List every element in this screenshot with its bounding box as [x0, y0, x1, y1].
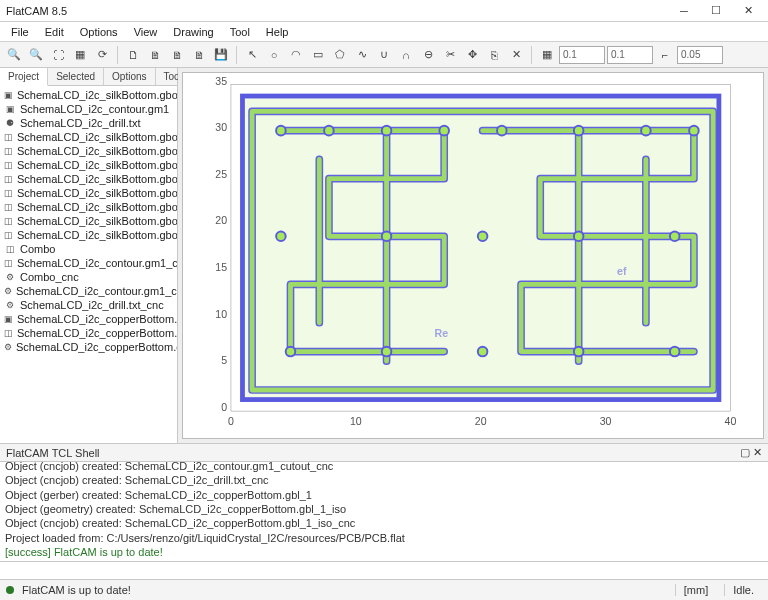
zoom-fit-icon[interactable]: ⛶ — [48, 45, 68, 65]
minimize-button[interactable]: ─ — [668, 1, 700, 21]
zoom-in-icon[interactable]: 🔍 — [4, 45, 24, 65]
tree-item[interactable]: ▣SchemaLCD_i2c_copperBottom.gbl_1 — [0, 312, 177, 326]
tree-item[interactable]: ◫Combo — [0, 242, 177, 256]
tab-selected[interactable]: Selected — [48, 68, 104, 85]
tree-item[interactable]: ◫SchemaLCD_i2c_contour.gm1_cutout — [0, 256, 177, 270]
menu-help[interactable]: Help — [259, 24, 296, 40]
tree-item[interactable]: ◫SchemaLCD_i2c_silkBottom.gbo_iso — [0, 130, 177, 144]
svg-point-26 — [574, 231, 584, 241]
status-dot-icon — [6, 586, 14, 594]
union-icon[interactable]: ∪ — [374, 45, 394, 65]
tree-item-label: SchemaLCD_i2c_contour.gm1_cutout_cn — [16, 285, 177, 297]
shell-line: Object (cncjob) created: SchemaLCD_i2c_c… — [5, 462, 763, 473]
tree-item-label: SchemaLCD_i2c_silkBottom.gbo_iso_pain — [17, 229, 177, 241]
delete-shape-icon[interactable]: ✕ — [506, 45, 526, 65]
file-type-icon: ◫ — [4, 201, 13, 213]
toolbar-separator — [236, 46, 237, 64]
clear-plot-icon[interactable]: ▦ — [70, 45, 90, 65]
menu-tool[interactable]: Tool — [223, 24, 257, 40]
cut-path-icon[interactable]: ✂ — [440, 45, 460, 65]
file-type-icon: ⚙ — [4, 299, 16, 311]
menu-drawing[interactable]: Drawing — [166, 24, 220, 40]
tree-item[interactable]: ⚙SchemaLCD_i2c_contour.gm1_cutout_cn — [0, 284, 177, 298]
shell-close-icon[interactable]: ▢ ✕ — [740, 446, 762, 459]
copy-icon[interactable]: ⎘ — [484, 45, 504, 65]
subtract-icon[interactable]: ⊖ — [418, 45, 438, 65]
svg-text:10: 10 — [215, 308, 227, 320]
status-message: FlatCAM is up to date! — [22, 584, 131, 596]
snap-corner-icon[interactable]: ⌐ — [655, 45, 675, 65]
menu-file[interactable]: File — [4, 24, 36, 40]
tree-item[interactable]: ◫SchemaLCD_i2c_silkBottom.gbo_iso_pain — [0, 186, 177, 200]
tree-item[interactable]: ⚙Combo_cnc — [0, 270, 177, 284]
shell-output[interactable]: Object (geometry) created: SchemaLCD_i2c… — [0, 462, 768, 562]
tree-item[interactable]: ◫SchemaLCD_i2c_silkBottom.gbo_iso_pain — [0, 228, 177, 242]
tree-item[interactable]: ◫SchemaLCD_i2c_silkBottom.gbo_iso_pain — [0, 144, 177, 158]
tab-options[interactable]: Options — [104, 68, 155, 85]
grid-icon[interactable]: ▦ — [537, 45, 557, 65]
tree-item[interactable]: ◫SchemaLCD_i2c_silkBottom.gbo_iso_pain — [0, 158, 177, 172]
shell-header: FlatCAM TCL Shell ▢ ✕ — [0, 443, 768, 462]
open-gcode-icon[interactable]: 🗎 — [189, 45, 209, 65]
add-circle-icon[interactable]: ○ — [264, 45, 284, 65]
tree-item[interactable]: ⚙SchemaLCD_i2c_drill.txt_cnc — [0, 298, 177, 312]
tree-item[interactable]: ⚈SchemaLCD_i2c_drill.txt — [0, 116, 177, 130]
tree-item[interactable]: ⚙SchemaLCD_i2c_copperBottom.gbl_1_iso — [0, 340, 177, 354]
file-type-icon: ◫ — [4, 215, 13, 227]
grid-x-input[interactable]: 0.1 — [559, 46, 605, 64]
select-icon[interactable]: ↖ — [242, 45, 262, 65]
svg-text:40: 40 — [725, 415, 737, 427]
zoom-out-icon[interactable]: 🔍 — [26, 45, 46, 65]
tab-project[interactable]: Project — [0, 68, 48, 86]
window-title: FlatCAM 8.5 — [4, 5, 668, 17]
open-excellon-icon[interactable]: 🗎 — [167, 45, 187, 65]
menu-edit[interactable]: Edit — [38, 24, 71, 40]
grid-y-input[interactable]: 0.1 — [607, 46, 653, 64]
svg-text:20: 20 — [475, 415, 487, 427]
menu-view[interactable]: View — [127, 24, 165, 40]
tree-item-label: SchemaLCD_i2c_silkBottom.gbo_iso_pain — [17, 215, 177, 227]
tree-item-label: SchemaLCD_i2c_copperBottom.gbl_1_iso — [16, 341, 177, 353]
toolbar-separator — [117, 46, 118, 64]
tree-item[interactable]: ◫SchemaLCD_i2c_copperBottom.gbl_1_iso — [0, 326, 177, 340]
file-type-icon: ◫ — [4, 173, 13, 185]
tree-item[interactable]: ◫SchemaLCD_i2c_silkBottom.gbo_iso_pain — [0, 214, 177, 228]
replot-icon[interactable]: ⟳ — [92, 45, 112, 65]
tree-item[interactable]: ▣SchemaLCD_i2c_silkBottom.gbo — [0, 88, 177, 102]
status-units: [mm] — [675, 584, 716, 596]
tree-item-label: Combo — [20, 243, 55, 255]
shell-input[interactable] — [0, 562, 768, 580]
svg-point-27 — [670, 231, 680, 241]
file-type-icon: ◫ — [4, 131, 13, 143]
snap-input[interactable]: 0.05 — [677, 46, 723, 64]
add-path-icon[interactable]: ∿ — [352, 45, 372, 65]
tree-item-label: SchemaLCD_i2c_contour.gm1 — [20, 103, 169, 115]
add-rect-icon[interactable]: ▭ — [308, 45, 328, 65]
tree-item-label: SchemaLCD_i2c_silkBottom.gbo_iso_pain — [17, 201, 177, 213]
add-polygon-icon[interactable]: ⬠ — [330, 45, 350, 65]
tree-item[interactable]: ◫SchemaLCD_i2c_silkBottom.gbo_iso_pain — [0, 200, 177, 214]
maximize-button[interactable]: ☐ — [700, 1, 732, 21]
open-gerber-icon[interactable]: 🗎 — [145, 45, 165, 65]
file-type-icon: ◫ — [4, 229, 13, 241]
intersection-icon[interactable]: ∩ — [396, 45, 416, 65]
svg-text:5: 5 — [221, 354, 227, 366]
menu-options[interactable]: Options — [73, 24, 125, 40]
close-button[interactable]: ✕ — [732, 1, 764, 21]
tree-item-label: SchemaLCD_i2c_silkBottom.gbo — [17, 89, 177, 101]
tree-item[interactable]: ◫SchemaLCD_i2c_silkBottom.gbo_iso_pain — [0, 172, 177, 186]
svg-point-30 — [478, 347, 488, 357]
save-icon[interactable]: 💾 — [211, 45, 231, 65]
plot-canvas[interactable]: 05101520253035 010203040 — [182, 72, 764, 439]
svg-text:30: 30 — [600, 415, 612, 427]
svg-text:30: 30 — [215, 121, 227, 133]
project-tree[interactable]: ▣SchemaLCD_i2c_silkBottom.gbo▣SchemaLCD_… — [0, 86, 177, 443]
svg-point-16 — [324, 126, 334, 136]
move-icon[interactable]: ✥ — [462, 45, 482, 65]
toolbar-separator — [531, 46, 532, 64]
add-arc-icon[interactable]: ◠ — [286, 45, 306, 65]
tree-item-label: SchemaLCD_i2c_drill.txt — [20, 117, 140, 129]
tree-item[interactable]: ▣SchemaLCD_i2c_contour.gm1 — [0, 102, 177, 116]
file-type-icon: ◫ — [4, 243, 16, 255]
new-icon[interactable]: 🗋 — [123, 45, 143, 65]
